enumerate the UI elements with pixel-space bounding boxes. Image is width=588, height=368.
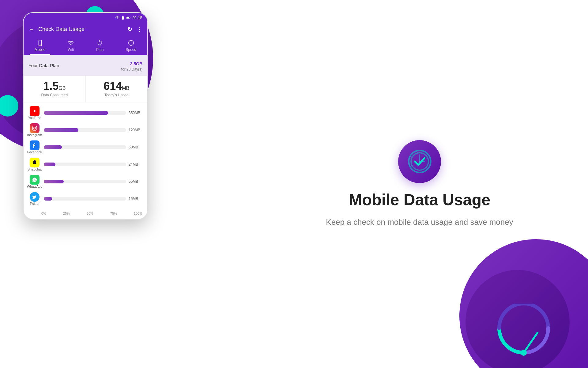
main-subtitle: Keep a check on mobile data usage and sa… (326, 216, 513, 228)
twitter-usage: 15MB (129, 197, 142, 201)
back-button[interactable]: ← (28, 26, 35, 33)
right-panel: Mobile Data Usage Keep a check on mobile… (251, 0, 588, 368)
twitter-icon (30, 192, 40, 202)
header-title: Check Data Usage (38, 26, 124, 33)
list-item: Snapchat 24MB (28, 158, 142, 171)
tab-plan[interactable]: Plan (91, 37, 108, 55)
tab-wifi-label: Wifi (68, 48, 74, 52)
x-axis-25: 25% (63, 212, 70, 215)
app-logo (398, 140, 441, 183)
svg-point-10 (36, 127, 36, 127)
tab-wifi[interactable]: Wifi (62, 37, 79, 55)
data-plan-value: 2.5 (130, 61, 136, 66)
facebook-usage: 50MB (129, 145, 142, 149)
instagram-bar: 120MB (44, 128, 142, 132)
facebook-label: Facebook (27, 150, 42, 154)
youtube-label: YouTube (28, 116, 41, 120)
tab-plan-label: Plan (96, 48, 104, 52)
app-header: ← Check Data Usage ↻ ⋮ (24, 22, 147, 36)
stat-consumed: 1.5GB Data Consumed (24, 76, 86, 102)
youtube-usage: 350MB (129, 111, 142, 115)
stats-row: 1.5GB Data Consumed 614MB Today's Usage (24, 76, 147, 102)
whatsapp-bar: 55MB (44, 179, 142, 184)
youtube-app-left: YouTube (28, 106, 41, 120)
x-axis-50: 50% (87, 212, 93, 215)
svg-point-9 (34, 127, 36, 129)
snapchat-app-left: Snapchat (28, 158, 41, 171)
facebook-app-left: Facebook (28, 140, 41, 154)
data-plan-amount: 2.5GB for 28 Day(s) (121, 59, 142, 71)
instagram-label: Instagram (27, 133, 42, 137)
tab-speed-label: Speed (126, 48, 136, 52)
instagram-usage: 120MB (129, 128, 142, 132)
stat-consumed-value: 1.5GB (28, 81, 81, 92)
phone-mockup: 01:15 ← Check Data Usage ↻ ⋮ Mobile Wifi… (23, 12, 148, 220)
stat-today-label: Today's Usage (91, 93, 143, 97)
status-bar: 01:15 (24, 13, 147, 22)
svg-point-5 (40, 44, 40, 45)
phone-screen: 01:15 ← Check Data Usage ↻ ⋮ Mobile Wifi… (23, 12, 148, 220)
instagram-app-left: Instagram (28, 123, 41, 137)
whatsapp-label: WhatsApp (27, 185, 43, 188)
app-usage-list: YouTube 350MB Instagram 120MB (24, 102, 147, 210)
stat-consumed-label: Data Consumed (28, 93, 81, 97)
svg-rect-4 (39, 40, 41, 46)
list-item: Facebook 50MB (28, 140, 142, 154)
tab-mobile[interactable]: Mobile (30, 37, 50, 55)
x-axis-100: 100% (134, 212, 142, 215)
stat-today-value: 614MB (91, 81, 143, 92)
youtube-bar: 350MB (44, 111, 142, 115)
list-item: WhatsApp 55MB (28, 175, 142, 188)
twitter-app-left: Twitter (28, 192, 41, 205)
refresh-button[interactable]: ↻ (127, 25, 133, 33)
nav-tabs: Mobile Wifi Plan Speed (24, 36, 147, 55)
snapchat-bar: 24MB (44, 162, 142, 167)
x-axis-75: 75% (110, 212, 117, 215)
whatsapp-usage: 55MB (129, 179, 142, 184)
list-item: YouTube 350MB (28, 106, 142, 120)
facebook-bar: 50MB (44, 145, 142, 149)
x-axis: 0% 25% 50% 75% 100% (24, 210, 147, 219)
list-item: Twitter 15MB (28, 192, 142, 205)
status-time: 01:15 (132, 15, 142, 20)
whatsapp-icon (30, 175, 40, 185)
menu-button[interactable]: ⋮ (136, 25, 142, 33)
stat-today: 614MB Today's Usage (86, 76, 148, 102)
twitter-label: Twitter (30, 202, 40, 205)
tab-mobile-label: Mobile (35, 48, 45, 52)
snapchat-usage: 24MB (129, 162, 142, 167)
instagram-icon (30, 123, 40, 133)
data-plan-gb: 2.5GB (121, 59, 142, 67)
data-plan-days: for 28 Day(s) (121, 67, 142, 71)
x-axis-0: 0% (41, 212, 46, 215)
list-item: Instagram 120MB (28, 123, 142, 137)
data-plan-unit: GB (136, 61, 142, 66)
whatsapp-app-left: WhatsApp (28, 175, 41, 188)
svg-rect-3 (127, 17, 129, 18)
status-icons (115, 16, 130, 20)
facebook-icon (30, 140, 40, 150)
youtube-icon (30, 106, 40, 116)
snapchat-icon (30, 158, 40, 167)
tab-speed[interactable]: Speed (121, 37, 141, 55)
data-plan-section: Your Data Plan 2.5GB for 28 Day(s) (24, 55, 147, 76)
snapchat-label: Snapchat (28, 167, 42, 171)
main-title: Mobile Data Usage (349, 190, 490, 209)
twitter-bar: 15MB (44, 197, 142, 201)
data-plan-label: Your Data Plan (28, 63, 59, 68)
